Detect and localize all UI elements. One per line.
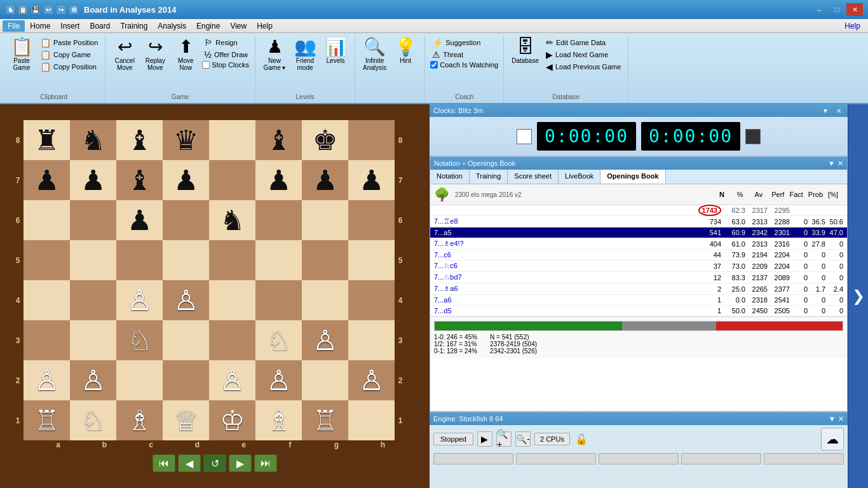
move-row-4[interactable]: 7...♘c63773.022092204000 [430, 261, 847, 272]
square-h7[interactable]: ♟ [348, 160, 395, 200]
tab-openings[interactable]: Openings Book [600, 170, 665, 184]
database-btn[interactable]: 🗄 Database [509, 37, 541, 65]
nav-flip-btn[interactable]: ↺ [203, 454, 226, 472]
square-a1[interactable]: ♖ [24, 400, 70, 440]
openings-content[interactable]: 🌳 2300 elo mega 2016 v2 N % Av Perf Fact… [430, 184, 847, 411]
square-b6[interactable] [70, 200, 116, 240]
tab-livebook[interactable]: LiveBook [559, 170, 600, 184]
square-f3[interactable]: ♘ [255, 320, 302, 360]
offer-draw-btn[interactable]: ½ Offer Draw [202, 49, 250, 60]
square-b3[interactable] [70, 320, 116, 360]
engine-zoom-in-btn[interactable]: 🔍+ [496, 431, 512, 447]
square-a5[interactable] [24, 240, 70, 280]
tab-notation[interactable]: Notation [430, 170, 470, 184]
stop-clocks-check[interactable]: Stop Clocks [202, 61, 250, 69]
square-c5[interactable] [116, 240, 163, 280]
move-row-3[interactable]: 7...c64473.921942204000 [430, 250, 847, 261]
square-h5[interactable] [348, 240, 395, 280]
new-game-btn[interactable]: ♟ NewGame ▾ [261, 37, 288, 72]
move-row-1[interactable]: 7...a554160.923422301033.947.0 [430, 227, 847, 238]
help-link[interactable]: Help [839, 20, 865, 32]
square-b2[interactable]: ♙ [70, 360, 116, 400]
nav-next-btn[interactable]: ▶ [229, 454, 252, 472]
square-e7[interactable] [209, 160, 255, 200]
edit-game-data-btn[interactable]: ✏ Edit Game Data [544, 37, 623, 48]
engine-close-btn[interactable]: ✕ [838, 415, 844, 423]
copy-position-btn[interactable]: 📋 Copy Position [38, 61, 100, 72]
square-d3[interactable] [163, 320, 209, 360]
infinite-analysis-btn[interactable]: 🔍 InfiniteAnalysis [360, 37, 389, 72]
right-arrow-btn[interactable]: ❯ [848, 104, 868, 488]
suggestion-btn[interactable]: ⚡ Suggestion [430, 37, 498, 48]
square-h2[interactable]: ♙ [348, 360, 395, 400]
menu-home[interactable]: Home [25, 20, 55, 32]
resign-btn[interactable]: 🏳 Resign [202, 37, 250, 48]
move-label-0[interactable]: 7...♖e8 [434, 217, 696, 226]
square-b1[interactable]: ♘ [70, 400, 116, 440]
menu-engine[interactable]: Engine [191, 20, 225, 32]
coach-watching-input[interactable] [430, 61, 438, 69]
square-f7[interactable]: ♟ [255, 160, 302, 200]
save-icon[interactable]: 💾 [31, 4, 41, 15]
square-d6[interactable] [163, 200, 209, 240]
square-h1[interactable] [348, 400, 395, 440]
square-c8[interactable]: ♝ [116, 120, 163, 160]
clocks-expand-btn[interactable]: ▼ [820, 107, 831, 114]
move-label-2[interactable]: 7...♗e4!? [434, 240, 696, 248]
square-g6[interactable] [302, 200, 348, 240]
square-h4[interactable] [348, 280, 395, 320]
square-e2[interactable]: ♙ [209, 360, 255, 400]
square-e8[interactable] [209, 120, 255, 160]
square-d1[interactable]: ♕ [163, 400, 209, 440]
close-btn[interactable]: ✕ [846, 3, 863, 16]
engine-lock-btn[interactable]: 🔓 [574, 431, 589, 447]
square-b7[interactable]: ♟ [70, 160, 116, 200]
square-f8[interactable]: ♝ [255, 120, 302, 160]
menu-board[interactable]: Board [85, 20, 115, 32]
engine-play-btn[interactable]: ▶ [477, 431, 492, 447]
tab-training[interactable]: Training [470, 170, 508, 184]
square-b5[interactable] [70, 240, 116, 280]
move-label-8[interactable]: 7...d5 [434, 307, 696, 315]
square-g1[interactable]: ♖ [302, 400, 348, 440]
menu-training[interactable]: Training [115, 20, 153, 32]
square-g3[interactable]: ♙ [302, 320, 348, 360]
square-e5[interactable] [209, 240, 255, 280]
nav-prev-btn[interactable]: ◀ [178, 454, 201, 472]
square-g2[interactable] [302, 360, 348, 400]
friend-mode-btn[interactable]: 👥 Friendmode [291, 37, 319, 72]
square-f6[interactable] [255, 200, 302, 240]
engine-expand-btn[interactable]: ▼ [829, 415, 836, 423]
redo-icon[interactable]: ↪ [56, 4, 66, 15]
hint-btn[interactable]: 💡 Hint [391, 37, 419, 65]
stop-clocks-input[interactable] [202, 61, 210, 69]
minimize-btn[interactable]: – [811, 3, 827, 16]
square-g5[interactable] [302, 240, 348, 280]
square-h3[interactable] [348, 320, 395, 360]
square-d7[interactable]: ♟ [163, 160, 209, 200]
square-e4[interactable] [209, 280, 255, 320]
square-e6[interactable]: ♞ [209, 200, 255, 240]
tab-scoresheet[interactable]: Score sheet [508, 170, 559, 184]
move-row-5[interactable]: 7...♘bd71283.321372089000 [430, 272, 847, 283]
clipboard-icon[interactable]: 📋 [18, 4, 28, 15]
move-now-btn[interactable]: ⬆ MoveNow [172, 37, 200, 72]
notation-close-btn[interactable]: ✕ [837, 159, 843, 168]
square-a8[interactable]: ♜ [24, 120, 70, 160]
square-h6[interactable] [348, 200, 395, 240]
move-row-2[interactable]: 7...♗e4!?40461.023132316027.80 [430, 238, 847, 250]
menu-file[interactable]: File [3, 20, 25, 32]
square-d2[interactable] [163, 360, 209, 400]
square-e3[interactable] [209, 320, 255, 360]
square-a2[interactable]: ♙ [24, 360, 70, 400]
replay-move-btn[interactable]: ↪ ReplayMove [141, 37, 169, 72]
threat-btn[interactable]: ⚠ Threat [430, 49, 498, 60]
move-label-7[interactable]: 7...a6 [434, 296, 696, 304]
square-f2[interactable]: ♙ [255, 360, 302, 400]
engine-cpus-btn[interactable]: 2 CPUs [534, 433, 570, 445]
load-next-game-btn[interactable]: ▶ Load Next Game [544, 49, 623, 60]
square-c4[interactable]: ♙ [116, 280, 163, 320]
square-b4[interactable] [70, 280, 116, 320]
menu-help[interactable]: Help [252, 20, 278, 32]
square-a3[interactable] [24, 320, 70, 360]
